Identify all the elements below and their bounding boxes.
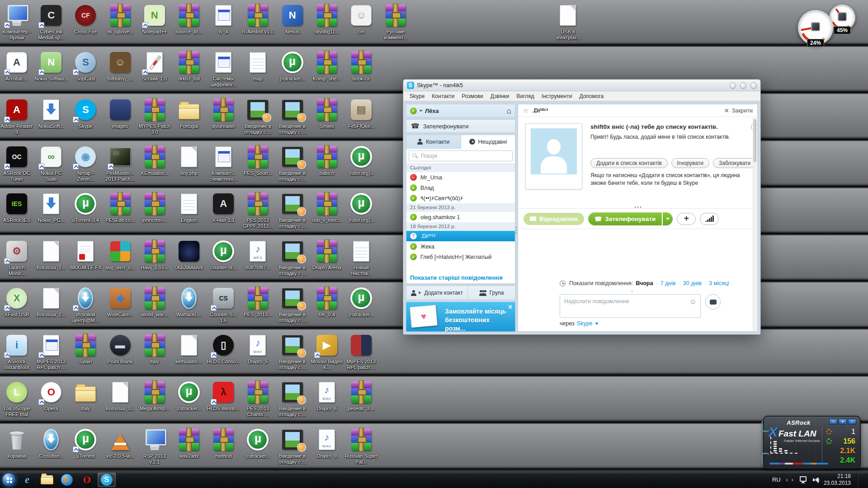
- desktop-icon[interactable]: ◉Nmap - Zenm...: [69, 145, 102, 182]
- taskbar-explorer-button[interactable]: [38, 473, 56, 487]
- taskbar-ie-button[interactable]: e: [18, 473, 36, 487]
- desktop-icon[interactable]: method: [207, 428, 240, 459]
- via-app-link[interactable]: Skype: [577, 320, 593, 327]
- desktop-icon[interactable]: CFCross Fire: [69, 4, 102, 35]
- desktop-icon[interactable]: Введение в отладку с ...: [276, 286, 309, 324]
- desktop-icon[interactable]: PES 2013 GPPF 2013...: [241, 192, 274, 229]
- taskbar-mediaplayer-button[interactable]: [58, 473, 76, 487]
- desktop-icon[interactable]: Введение в отладку с ...: [276, 145, 309, 182]
- desktop-icon[interactable]: [rutracker...: [345, 286, 377, 318]
- user-status-bar[interactable]: ✓ Лёха ⌂: [406, 104, 515, 117]
- desktop-icon[interactable]: ∞Nokia PC Suite: [35, 145, 67, 182]
- desktop-icon[interactable]: ▶Movavi Видео К...: [311, 333, 343, 371]
- desktop-icon[interactable]: PESEdit.co...: [104, 192, 137, 223]
- desktop-icon[interactable]: NNokia Softwa...: [35, 51, 67, 82]
- menu-item-skype[interactable]: Skype: [406, 92, 428, 100]
- desktop-icon[interactable]: RK_0.4: [311, 286, 343, 318]
- desktop-icon[interactable]: Dnipro Arena: [311, 239, 343, 271]
- desktop-icon[interactable]: µTorrent: [69, 428, 102, 459]
- desktop-icon[interactable]: Новый текстов...: [345, 239, 377, 277]
- desktop-icon[interactable]: djvureader: [207, 98, 240, 129]
- desktop-icon[interactable]: English: [173, 192, 205, 223]
- contact-item[interactable]: ?.Di²⁰¹³: [406, 231, 515, 241]
- desktop-icon[interactable]: Корзина: [0, 428, 33, 459]
- desktop-icon[interactable]: ▬Point Blank: [104, 333, 137, 365]
- xfast-dropdown-button[interactable]: ▼: [839, 419, 847, 425]
- desktop-icon[interactable]: R-Aimbot v1.0: [241, 4, 274, 35]
- desktop-icon[interactable]: Borussia_2...: [35, 286, 67, 318]
- promo-close-icon[interactable]: ✕: [508, 304, 513, 310]
- add-contact-button[interactable]: + Додати контакт: [406, 286, 468, 300]
- desktop-icon[interactable]: Введение в отладку с ...: [276, 192, 309, 229]
- show-desktop-button[interactable]: [857, 471, 862, 488]
- desktop-icon[interactable]: Компьют... схемотехн...: [207, 145, 240, 182]
- desktop-icon[interactable]: LLoiLoScope FREE trial: [0, 380, 33, 418]
- desktop-icon[interactable]: Portugal: [173, 98, 205, 129]
- desktop-icon[interactable]: [rutor.org]...: [345, 145, 377, 176]
- favorite-star-icon[interactable]: ☆: [523, 107, 528, 115]
- desktop-icon[interactable]: MyPES 2013 RPL patch ...: [35, 333, 67, 371]
- desktop-icon[interactable]: 80876f87...: [241, 239, 274, 271]
- taskbar-opera-button[interactable]: O: [78, 473, 96, 487]
- volume-icon[interactable]: [812, 477, 818, 483]
- desktop-icon[interactable]: MYPES Patch 3.0: [138, 98, 171, 135]
- desktop-icon[interactable]: drkb3_full: [173, 51, 205, 82]
- contact-item[interactable]: ✓Глеб [=HalvicH=] Жеглатый: [406, 252, 515, 262]
- contact-item[interactable]: ✓٩(••)۶Свят٩(ōō)۶: [406, 193, 515, 203]
- request-action-button[interactable]: Ігнорувати: [671, 158, 709, 168]
- desktop-icon[interactable]: Введение в отладку с ...: [276, 333, 309, 371]
- desktop-icon[interactable]: [rutor.org]...: [345, 192, 377, 223]
- sidebar-splitter[interactable]: [515, 227, 517, 234]
- desktop-icon[interactable]: Scrawlr 1.0: [138, 51, 171, 82]
- desktop-icon[interactable]: 880GM-LE FX: [69, 239, 102, 271]
- desktop-icon[interactable]: USB в электрон...: [552, 4, 584, 41]
- desktop-icon[interactable]: PES 2013 Chants ...: [241, 380, 274, 418]
- desktop-icon[interactable]: Spain: [69, 333, 102, 365]
- desktop-icon[interactable]: source_br...: [173, 4, 205, 35]
- desktop-icon[interactable]: OCASRock OC Tuner: [0, 145, 33, 182]
- desktop-icon[interactable]: NokiaSoft...: [35, 98, 67, 129]
- desktop-icon[interactable]: wav2adx: [173, 428, 205, 459]
- desktop-icon[interactable]: avg_avct_s...: [104, 239, 137, 271]
- xfast-menu-button[interactable]: ≡: [848, 419, 856, 425]
- desktop-icon[interactable]: ▤Fe5FfQke...: [345, 98, 377, 129]
- desktop-icon[interactable]: Havij_1.15...: [138, 239, 171, 271]
- scrollbar-thumb[interactable]: [754, 119, 756, 162]
- desktop-icon[interactable]: usb_v_elec...: [311, 192, 343, 223]
- promo-banner[interactable]: ♥ Замовляйте місяць безкоштовних розм...…: [406, 302, 515, 332]
- skype-titlebar[interactable]: Skype™ - nan4ik5: [403, 80, 760, 91]
- close-button[interactable]: [750, 82, 757, 89]
- desktop-icon[interactable]: Crossfire...: [35, 428, 67, 459]
- network-icon[interactable]: [800, 476, 807, 482]
- video-call-button[interactable]: Відеодзвінок: [524, 213, 584, 225]
- desktop-icon[interactable]: RSP 2013 v.2.1: [138, 428, 171, 465]
- taskbar-skype-button[interactable]: S: [98, 473, 116, 487]
- request-action-button[interactable]: Додати в список контактів: [590, 158, 668, 168]
- desktop-icon[interactable]: pesedit_3....: [345, 380, 377, 412]
- desktop-icon[interactable]: λHLDS Windo...: [207, 380, 240, 412]
- history-current[interactable]: Вчора: [636, 279, 653, 288]
- desktop-icon[interactable]: Введение в отладку с ...: [276, 428, 309, 465]
- desktop-icon[interactable]: Smiles: [311, 98, 343, 129]
- history-range-link[interactable]: 30 днів: [683, 279, 702, 288]
- desktop-icon[interactable]: KEmulator...: [138, 145, 171, 176]
- desktop-icon[interactable]: ▯HLDS Conso...: [207, 333, 240, 365]
- xfast-lan-gadget[interactable]: ≡ ▼ ≡ ASRock X Fast LAN Faster Internet …: [763, 416, 861, 469]
- tray-clock[interactable]: 21:18 23.03.2013: [824, 473, 851, 487]
- desktop-icon[interactable]: CCyberLink MediaEsp...: [35, 4, 67, 41]
- tab-contacts[interactable]: Контакти: [406, 135, 461, 149]
- desktop-icon[interactable]: Системы цифровог...: [207, 51, 240, 88]
- desktop-icon[interactable]: Nokia_PC...: [35, 192, 67, 223]
- desktop-icon[interactable]: kemulator....: [173, 333, 205, 365]
- desktop-icon[interactable]: Введение в отладку с ...: [276, 239, 309, 277]
- start-button[interactable]: [2, 473, 16, 487]
- desktop-icon[interactable]: vlc-2.0.5-w...: [104, 428, 137, 459]
- call-phones-button[interactable]: ☎ Зателефонувати: [406, 119, 515, 133]
- desktop-icon[interactable]: XXFast USB: [0, 286, 33, 318]
- status-online-icon[interactable]: ✓: [410, 108, 417, 114]
- desktop-icon[interactable]: ☺cm: [345, 4, 377, 35]
- show-older-link[interactable]: Показати старіші повідомлення: [406, 272, 515, 283]
- desktop-icon[interactable]: Italy: [138, 333, 171, 365]
- menu-item-вигляд[interactable]: Вигляд: [513, 92, 538, 100]
- chat-history-area[interactable]: [518, 229, 757, 279]
